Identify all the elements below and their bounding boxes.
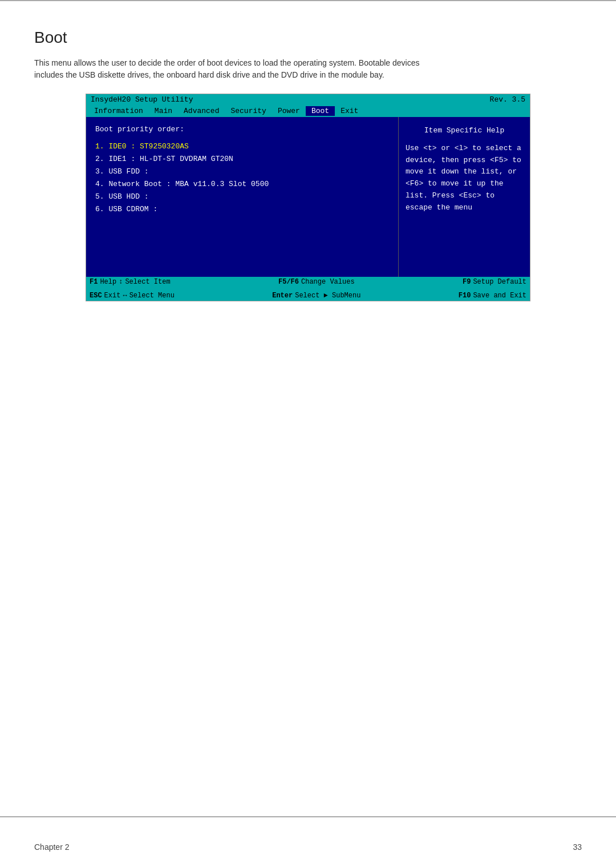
page-number: 33 <box>573 842 582 852</box>
key-f9: F9 <box>463 278 471 286</box>
bios-body: Boot priority order: 1. IDE0 : ST9250320… <box>86 117 530 277</box>
desc-select-menu: Select Menu <box>129 292 175 300</box>
menu-item-boot[interactable]: Boot <box>306 106 335 116</box>
boot-priority-label: Boot priority order: <box>95 125 389 134</box>
bios-main-panel: Boot priority order: 1. IDE0 : ST9250320… <box>86 117 399 277</box>
arrow-updown: ↕ <box>119 278 123 286</box>
key-esc: ESC <box>90 292 102 300</box>
bios-footer-row2: ESC Exit ↔ Select Menu Enter Select ► Su… <box>90 292 526 300</box>
key-f10: F10 <box>459 292 471 300</box>
desc-change-values: Change Values <box>301 278 355 286</box>
bios-footer-row1: F1 Help ↕ Select Item F5/F6 Change Value… <box>90 278 526 286</box>
bios-title-bar: InsydeH20 Setup Utility Rev. 3.5 <box>86 94 530 105</box>
bios-screen: InsydeH20 Setup Utility Rev. 3.5 Informa… <box>86 94 530 301</box>
page-footer: Chapter 2 33 <box>34 842 582 852</box>
menu-item-power[interactable]: Power <box>272 106 306 116</box>
bios-help-title: Item Specific Help <box>406 125 523 137</box>
menu-item-exit[interactable]: Exit <box>335 106 364 116</box>
footer-f5f6: F5/F6 Change Values <box>278 278 355 286</box>
desc-submenu: Select ► SubMenu <box>295 292 360 300</box>
menu-item-security[interactable]: Security <box>225 106 271 116</box>
top-border <box>0 0 616 1</box>
boot-item-1[interactable]: 2. IDE1 : HL-DT-ST DVDRAM GT20N <box>95 153 389 166</box>
arrow-leftright: ↔ <box>123 292 127 300</box>
bios-title: InsydeH20 Setup Utility <box>91 95 193 104</box>
desc-select-item: Select Item <box>125 278 170 286</box>
bios-menu-bar: Information Main Advanced Security Power… <box>86 105 530 117</box>
boot-item-2[interactable]: 3. USB FDD : <box>95 166 389 178</box>
footer-esc: ESC Exit ↔ Select Menu <box>90 292 175 300</box>
page-title: Boot <box>34 29 582 47</box>
desc-exit: Exit <box>104 292 121 300</box>
bios-help-panel: Item Specific Help Use <t> or <l> to sel… <box>399 117 530 277</box>
menu-item-information[interactable]: Information <box>88 106 149 116</box>
desc-save-exit: Save and Exit <box>473 292 526 300</box>
footer-enter: Enter Select ► SubMenu <box>272 292 360 300</box>
intro-text: This menu allows the user to decide the … <box>34 57 582 81</box>
desc-setup-default: Setup Default <box>473 278 526 286</box>
boot-item-3[interactable]: 4. Network Boot : MBA v11.0.3 Slot 0500 <box>95 178 389 191</box>
footer-f10: F10 Save and Exit <box>459 292 526 300</box>
boot-item-4[interactable]: 5. USB HDD : <box>95 191 389 203</box>
bios-version: Rev. 3.5 <box>490 95 525 104</box>
chapter-label: Chapter 2 <box>34 842 69 852</box>
bios-footer: F1 Help ↕ Select Item F5/F6 Change Value… <box>86 277 530 301</box>
boot-item-5[interactable]: 6. USB CDROM : <box>95 203 389 216</box>
menu-item-advanced[interactable]: Advanced <box>178 106 225 116</box>
key-f5f6: F5/F6 <box>278 278 299 286</box>
footer-f1: F1 Help ↕ Select Item <box>90 278 171 286</box>
desc-help: Help <box>100 278 116 286</box>
bios-help-text: Use <t> or <l> to select a device, then … <box>406 143 523 214</box>
menu-item-main[interactable]: Main <box>149 106 178 116</box>
key-enter: Enter <box>272 292 293 300</box>
bottom-border <box>0 816 616 817</box>
key-f1: F1 <box>90 278 98 286</box>
boot-item-0[interactable]: 1. IDE0 : ST9250320AS <box>95 140 389 153</box>
footer-f9: F9 Setup Default <box>463 278 526 286</box>
